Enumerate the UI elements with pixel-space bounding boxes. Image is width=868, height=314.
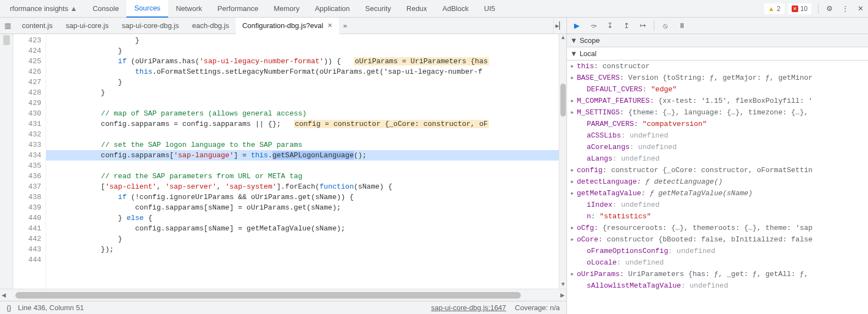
line-number[interactable]: 425: [13, 56, 41, 67]
code-line[interactable]: }: [46, 77, 559, 87]
scroll-left-icon[interactable]: ◀: [0, 292, 8, 298]
expand-icon[interactable]: ▸: [570, 60, 577, 72]
code-editor[interactable]: 4234244254264274284294304314324334344354…: [0, 34, 566, 289]
navigator-toggle-icon[interactable]: ▥: [0, 19, 15, 32]
line-number[interactable]: 435: [13, 161, 41, 171]
line-number[interactable]: 429: [13, 98, 41, 108]
code-line[interactable]: [46, 255, 559, 265]
scope-row[interactable]: oLocale: undefined: [567, 257, 868, 268]
scope-row[interactable]: sAllowlistMetaTagValue: undefined: [567, 280, 868, 291]
line-number[interactable]: 431: [13, 119, 41, 129]
tab-adblock[interactable]: AdBlock: [435, 0, 476, 17]
scope-row[interactable]: n: "statistics": [567, 211, 868, 222]
tab-application[interactable]: Application: [307, 0, 358, 17]
scope-row[interactable]: ▸config: constructor {_oCore: constructo…: [567, 164, 868, 176]
vertical-scrollbar[interactable]: ▲ ▼: [559, 34, 566, 289]
scope-row[interactable]: oFrameOptionsConfig: undefined: [567, 245, 868, 257]
file-tab-sap-ui-core-dbg-js[interactable]: sap-ui-core-dbg.js: [115, 18, 186, 33]
pause-exceptions-button[interactable]: ⏸: [674, 19, 689, 32]
code-line[interactable]: if (!config.ignoreUrlParams && oUriParam…: [46, 192, 559, 202]
file-tab-configuration-dbg-js[interactable]: Configuration-dbg.js?eval ×: [236, 18, 339, 34]
expand-icon[interactable]: ▸: [570, 107, 577, 118]
line-number[interactable]: 436: [13, 171, 41, 181]
step-into-button[interactable]: ↧: [602, 19, 617, 32]
hscroll-track[interactable]: [15, 291, 551, 299]
code-line[interactable]: config.sapparams[sName] = getMetaTagValu…: [46, 223, 559, 234]
line-number[interactable]: 423: [13, 35, 41, 46]
line-number[interactable]: 433: [13, 140, 41, 150]
tab-network[interactable]: Network: [168, 0, 210, 17]
vscroll-thumb[interactable]: [560, 84, 566, 117]
code-line[interactable]: config.sapparams[sName] = oUriParams.get…: [46, 202, 559, 213]
expand-icon[interactable]: ▸: [570, 188, 577, 199]
tab-security[interactable]: Security: [358, 0, 399, 17]
file-tab-content-js[interactable]: content.js: [15, 18, 59, 33]
pretty-print-icon[interactable]: {}: [7, 304, 12, 312]
expand-icon[interactable]: ▸: [570, 95, 577, 107]
tab-memory[interactable]: Memory: [266, 0, 307, 17]
code-line[interactable]: // set the SAP logon language to the SAP…: [46, 140, 559, 150]
step-out-button[interactable]: ↥: [619, 19, 634, 32]
line-number[interactable]: 428: [13, 87, 41, 98]
tab-sources[interactable]: Sources: [126, 0, 168, 18]
scope-row[interactable]: ▸detectLanguage: ƒ detectLanguage(): [567, 176, 868, 188]
scope-row[interactable]: iIndex: undefined: [567, 199, 868, 211]
code-line[interactable]: });: [46, 244, 559, 255]
source-map-link[interactable]: sap-ui-core-dbg.js:1647: [431, 304, 507, 312]
line-number[interactable]: 439: [13, 202, 41, 213]
expand-icon[interactable]: ▸: [570, 268, 577, 280]
expand-icon[interactable]: ▸: [570, 234, 577, 245]
scope-row[interactable]: ▸M_SETTINGS: {theme: {…}, language: {…},…: [567, 107, 868, 118]
tab-console[interactable]: Console: [85, 0, 127, 17]
close-devtools-icon[interactable]: ✕: [853, 2, 868, 15]
scope-row[interactable]: ▸this: constructor: [567, 60, 868, 72]
scope-row[interactable]: aLangs: undefined: [567, 153, 868, 164]
step-over-button[interactable]: ⤼: [586, 19, 601, 32]
code-line[interactable]: // read the SAP parameters from URL or M…: [46, 171, 559, 181]
code-line[interactable]: [46, 129, 559, 140]
line-number[interactable]: 426: [13, 67, 41, 77]
code-line[interactable]: config.sapparams['sap-language'] = this.…: [46, 150, 559, 161]
line-number[interactable]: 438: [13, 192, 41, 202]
tab-performance-insights[interactable]: rformance insights ▲: [2, 0, 85, 17]
code-line[interactable]: if (oUriParams.has('sap-ui-legacy-number…: [46, 56, 559, 67]
close-tab-icon[interactable]: ×: [327, 21, 332, 30]
file-tab-overflow-icon[interactable]: »: [339, 19, 352, 32]
line-number[interactable]: 437: [13, 181, 41, 192]
expand-icon[interactable]: ▸: [570, 164, 577, 176]
line-number[interactable]: 430: [13, 108, 41, 119]
scope-row[interactable]: ▸M_COMPAT_FEATURES: {xx-test: '1.15', fl…: [567, 95, 868, 107]
code-line[interactable]: ['sap-client', 'sap-server', 'sap-system…: [46, 181, 559, 192]
expand-icon[interactable]: ▸: [570, 176, 577, 188]
settings-icon[interactable]: ⚙: [822, 2, 837, 15]
deactivate-breakpoints-button[interactable]: ⦸: [658, 19, 673, 32]
code-line[interactable]: }: [46, 87, 559, 98]
scope-row[interactable]: ▸BASE_CVERS: Version {toString: ƒ, getMa…: [567, 72, 868, 84]
line-number[interactable]: 434: [13, 150, 41, 161]
scope-row[interactable]: ▸oCore: constructor {bBooted: false, bIn…: [567, 234, 868, 245]
scope-row[interactable]: aCoreLangs: undefined: [567, 141, 868, 153]
code-line[interactable]: } else {: [46, 213, 559, 223]
code-line[interactable]: [46, 161, 559, 171]
scope-row[interactable]: ▸getMetaTagValue: ƒ getMetaTagValue(sNam…: [567, 188, 868, 199]
line-number[interactable]: 432: [13, 129, 41, 140]
resume-button[interactable]: ▶: [569, 19, 585, 32]
scope-variable-list[interactable]: ▸this: constructor▸BASE_CVERS: Version {…: [567, 60, 868, 314]
code-line[interactable]: this.oFormatSettings.setLegacyNumberForm…: [46, 67, 559, 77]
kebab-icon[interactable]: ⋮: [837, 2, 853, 15]
line-number[interactable]: 440: [13, 213, 41, 223]
expand-icon[interactable]: ▸: [570, 72, 577, 84]
scroll-down-icon[interactable]: ▼: [559, 281, 567, 289]
file-tab-each-dbg-js[interactable]: each-dbg.js: [186, 18, 236, 33]
tab-redux[interactable]: Redux: [399, 0, 435, 17]
horizontal-scrollbar[interactable]: ◀ ▶: [0, 289, 566, 301]
line-number[interactable]: 427: [13, 77, 41, 87]
file-tab-sap-ui-core-js[interactable]: sap-ui-core.js: [59, 18, 115, 33]
scope-local-header[interactable]: ▼ Local: [567, 47, 868, 60]
step-button[interactable]: ↦: [635, 19, 650, 32]
scroll-up-icon[interactable]: ▲: [559, 34, 567, 42]
warnings-badge[interactable]: ▲ 2: [764, 3, 784, 14]
scope-row[interactable]: DEFAULT_CVERS: "edge": [567, 84, 868, 95]
scroll-right-icon[interactable]: ▶: [559, 292, 566, 298]
code-line[interactable]: // map of SAP parameters (allows general…: [46, 108, 559, 119]
